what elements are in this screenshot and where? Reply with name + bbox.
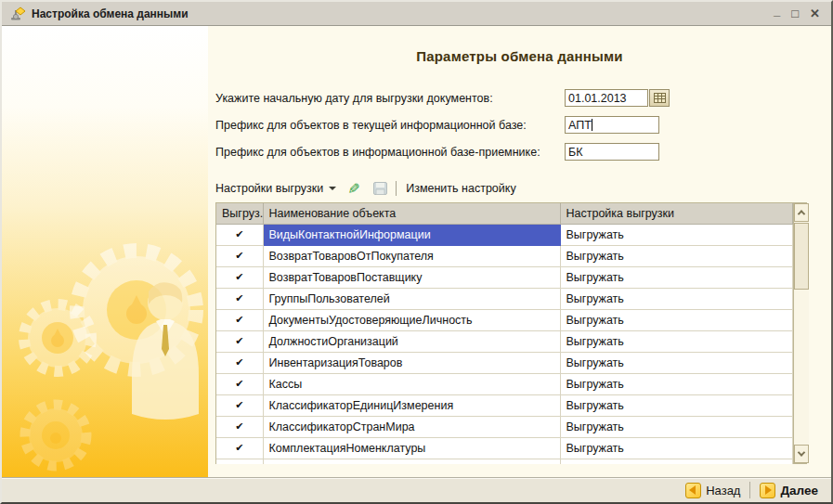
scroll-up-button[interactable]	[794, 203, 809, 222]
toolbar-separator	[396, 181, 397, 196]
export-setting-cell[interactable]: Выгружать	[560, 373, 792, 394]
text-caret	[592, 119, 592, 131]
export-checkbox-cell[interactable]: ✔	[216, 245, 263, 266]
export-setting-cell[interactable]: Выгружать	[560, 394, 792, 416]
window-body: Параметры обмена данными Укажите начальн…	[2, 26, 831, 477]
table-row: ✔ Кассы Выгружать	[216, 373, 792, 394]
table-body: ✔ ВидыКонтактнойИнформации Выгружать ✔ В…	[216, 224, 792, 464]
calendar-button[interactable]	[649, 89, 670, 107]
prefix-current-row: Префикс для объектов в текущей информаци…	[208, 111, 831, 138]
object-name-cell[interactable]: ГруппыПользователей	[263, 288, 560, 309]
export-setting-cell[interactable]: Выгружать	[560, 288, 792, 309]
back-button[interactable]: Назад	[685, 483, 740, 498]
vertical-scrollbar[interactable]	[793, 203, 809, 463]
export-checkbox-cell[interactable]: ✔	[216, 330, 263, 352]
minimize-button[interactable]: _	[774, 5, 780, 17]
prefix-target-row: Префикс для объектов в информационной ба…	[208, 138, 831, 165]
next-button[interactable]: Далее	[760, 483, 818, 498]
object-name-cell	[263, 459, 560, 464]
table-row: ✔ ВозвратТоваровПоставщику Выгружать	[216, 266, 792, 288]
export-settings-dropdown[interactable]: Настройки выгрузки	[215, 182, 336, 195]
export-setting-cell[interactable]: Выгружать	[560, 266, 792, 288]
objects-table: Выгруз... Наименование объекта Настройка…	[215, 202, 807, 464]
export-checkbox-cell[interactable]: ✔	[216, 437, 263, 459]
object-name-cell[interactable]: КлассификаторСтранМира	[263, 416, 560, 437]
scroll-down-button[interactable]	[794, 445, 809, 463]
object-name-cell[interactable]: ВидыКонтактнойИнформации	[263, 224, 560, 245]
wizard-footer: Назад Далее	[2, 477, 831, 502]
chevron-down-icon	[797, 448, 804, 456]
table-row: ✔ КлассификаторСтранМира Выгружать	[216, 416, 792, 437]
change-setting-button[interactable]: Изменить настройку	[406, 182, 515, 195]
export-checkbox-cell[interactable]: ✔	[216, 224, 263, 245]
column-header-export-setting[interactable]: Настройка выгрузки	[560, 203, 792, 224]
window-controls: _ □ ✕	[774, 7, 820, 19]
table-row: ✔ ИнвентаризацияТоваров Выгружать	[216, 352, 792, 373]
start-date-row: Укажите начальную дату для выгрузки доку…	[208, 84, 831, 111]
table-header-row: Выгруз... Наименование объекта Настройка…	[216, 203, 792, 224]
object-name-cell[interactable]: КомплектацияНоменклатуры	[263, 437, 560, 459]
calendar-icon	[654, 93, 666, 103]
start-date-input[interactable]	[565, 89, 648, 107]
export-settings-dropdown-label: Настройки выгрузки	[215, 182, 323, 195]
scrollbar-thumb[interactable]	[794, 223, 809, 290]
export-checkbox-cell	[216, 459, 263, 464]
object-name-cell[interactable]: КлассификаторЕдиницИзмерения	[263, 394, 560, 416]
object-name-cell[interactable]: ВозвратТоваровОтПокупателя	[263, 245, 560, 266]
export-setting-cell[interactable]: Выгружать	[560, 416, 792, 437]
sidebar-artwork	[2, 26, 208, 477]
main-panel: Параметры обмена данными Укажите начальн…	[208, 26, 831, 477]
back-arrow-icon	[685, 483, 701, 498]
column-header-export[interactable]: Выгруз...	[216, 203, 263, 224]
next-arrow-icon	[760, 483, 775, 498]
table-toolbar: Настройки выгрузки ✎ Изменить настройку	[215, 178, 831, 199]
footer-separator	[749, 482, 750, 498]
table-row: ✔ КомплектацияНоменклатуры Выгружать	[216, 437, 792, 459]
maximize-button[interactable]: □	[791, 7, 799, 19]
table-row	[216, 459, 792, 464]
app-icon	[9, 6, 26, 21]
titlebar: Настройка обмена данными _ □ ✕	[2, 2, 831, 26]
object-name-cell[interactable]: ИнвентаризацияТоваров	[263, 352, 560, 373]
export-setting-cell[interactable]: Выгружать	[560, 437, 792, 459]
prefix-current-label: Префикс для объектов в текущей информаци…	[215, 119, 565, 132]
edit-pencil-icon[interactable]: ✎	[345, 180, 362, 197]
export-setting-cell[interactable]: Выгружать	[560, 352, 792, 373]
column-header-object-name[interactable]: Наименование объекта	[263, 203, 560, 224]
exchange-settings-window: Настройка обмена данными _ □ ✕	[0, 0, 833, 504]
prefix-current-input[interactable]	[565, 116, 659, 134]
export-checkbox-cell[interactable]: ✔	[216, 266, 263, 288]
prefix-target-label: Префикс для объектов в информационной ба…	[215, 146, 565, 159]
export-setting-cell[interactable]: Выгружать	[560, 330, 792, 352]
object-name-cell[interactable]: ДолжностиОрганизаций	[263, 330, 560, 352]
object-name-cell[interactable]: ДокументыУдостоверяющиеЛичность	[263, 309, 560, 330]
start-date-label: Укажите начальную дату для выгрузки доку…	[215, 92, 565, 105]
object-name-cell[interactable]: ВозвратТоваровПоставщику	[263, 266, 560, 288]
back-button-label: Назад	[706, 484, 740, 498]
export-checkbox-cell[interactable]: ✔	[216, 352, 263, 373]
window-title: Настройка обмена данными	[32, 7, 774, 20]
export-setting-cell	[560, 459, 792, 464]
export-setting-cell[interactable]: Выгружать	[560, 309, 792, 330]
close-button[interactable]: ✕	[810, 7, 820, 19]
table-row: ✔ ДокументыУдостоверяющиеЛичность Выгруж…	[216, 309, 792, 330]
object-name-cell[interactable]: Кассы	[263, 373, 560, 394]
prefix-target-input[interactable]	[565, 143, 659, 161]
table-row: ✔ ВозвратТоваровОтПокупателя Выгружать	[216, 245, 792, 266]
export-setting-cell[interactable]: Выгружать	[560, 224, 792, 245]
table-row: ✔ КлассификаторЕдиницИзмерения Выгружать	[216, 394, 792, 416]
next-button-label: Далее	[780, 484, 818, 498]
export-checkbox-cell[interactable]: ✔	[216, 309, 263, 330]
export-checkbox-cell[interactable]: ✔	[216, 416, 263, 437]
chevron-up-icon	[797, 210, 804, 217]
export-setting-cell[interactable]: Выгружать	[560, 245, 792, 266]
export-checkbox-cell[interactable]: ✔	[216, 394, 263, 416]
export-checkbox-cell[interactable]: ✔	[216, 288, 263, 309]
gears-person-illustration	[2, 199, 208, 477]
export-checkbox-cell[interactable]: ✔	[216, 373, 263, 394]
chevron-down-icon	[329, 187, 336, 190]
save-icon	[371, 180, 388, 197]
page-title: Параметры обмена данными	[208, 48, 831, 64]
parameters-form: Укажите начальную дату для выгрузки доку…	[208, 84, 831, 165]
table-row: ✔ ВидыКонтактнойИнформации Выгружать	[216, 224, 792, 245]
